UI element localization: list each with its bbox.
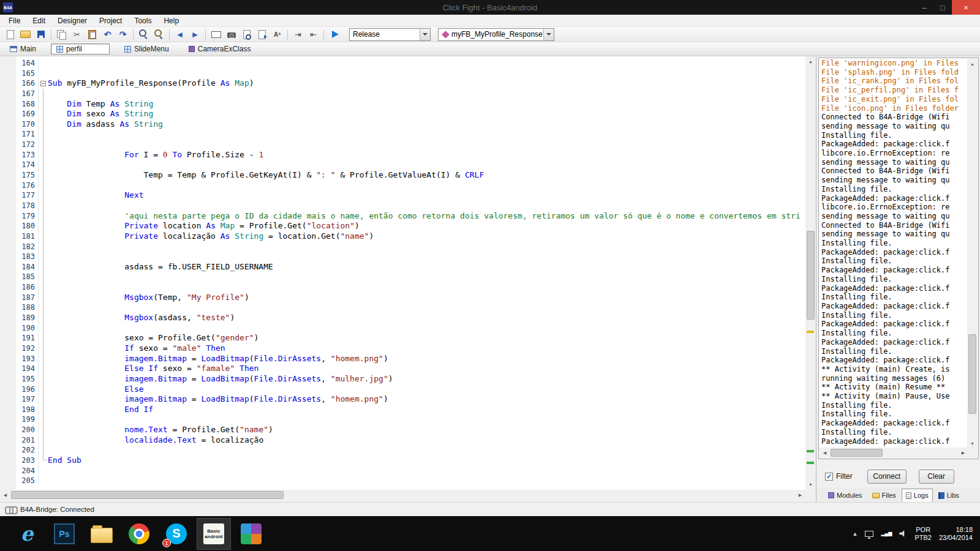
editor-hscrollbar[interactable] (0, 490, 805, 500)
editor-hscroll-thumb[interactable] (11, 491, 284, 499)
breakpoint-margin[interactable] (0, 170, 16, 181)
breakpoint-margin[interactable] (0, 129, 16, 140)
breakpoint-margin[interactable] (0, 242, 16, 252)
taskbar-misc-app[interactable] (234, 518, 268, 550)
breakpoint-margin[interactable] (0, 160, 16, 170)
menu-item-project[interactable]: Project (93, 15, 128, 26)
breakpoint-margin[interactable] (0, 374, 16, 384)
navigate-back-icon[interactable]: ◀ (173, 28, 187, 41)
editor-vscrollbar[interactable] (805, 56, 816, 490)
change-case-icon[interactable]: Aª (270, 28, 284, 41)
undo-icon[interactable]: ↶ (100, 28, 115, 41)
breakpoint-margin[interactable] (0, 302, 16, 313)
panel-tab-files[interactable]: Files (868, 489, 900, 502)
breakpoint-margin[interactable] (0, 354, 16, 364)
breakpoint-margin[interactable] (0, 476, 16, 486)
maximize-button[interactable]: □ (933, 0, 952, 15)
connect-button[interactable]: Connect (867, 470, 907, 484)
breakpoint-margin[interactable] (0, 150, 16, 160)
breakpoint-margin[interactable] (0, 394, 16, 405)
breakpoint-margin[interactable] (0, 201, 16, 211)
code-area[interactable]: 164165166−Sub myFB_MyProfile_Response(Pr… (0, 56, 805, 490)
logs-hscrollbar[interactable] (820, 448, 968, 458)
menu-item-designer[interactable]: Designer (51, 15, 93, 26)
menu-item-file[interactable]: File (2, 15, 26, 26)
breakpoint-margin[interactable] (0, 272, 16, 282)
scroll-up-icon[interactable] (967, 59, 978, 69)
copy-icon[interactable] (55, 28, 69, 41)
find-icon[interactable] (137, 28, 151, 41)
breakpoint-margin[interactable] (0, 384, 16, 395)
navigate-forward-icon[interactable]: ▶ (188, 28, 202, 41)
breakpoint-margin[interactable] (0, 262, 16, 272)
breakpoint-margin[interactable] (0, 89, 16, 99)
breakpoint-margin[interactable] (0, 190, 16, 201)
tab-cameraexclass[interactable]: CameraExClass (184, 43, 256, 54)
breakpoint-margin[interactable] (0, 323, 16, 334)
find-next-icon[interactable] (152, 28, 166, 41)
breakpoint-margin[interactable] (0, 282, 16, 293)
paste-icon[interactable] (85, 28, 99, 41)
menu-item-tools[interactable]: Tools (128, 15, 157, 26)
breakpoint-margin[interactable] (0, 435, 16, 446)
outdent-icon[interactable]: ⇤ (306, 28, 320, 41)
menu-item-help[interactable]: Help (157, 15, 185, 26)
scroll-left-icon[interactable] (820, 448, 830, 458)
volume-icon[interactable] (899, 530, 907, 537)
network-icon[interactable] (881, 531, 892, 536)
panel-tab-logs[interactable]: Logs (902, 489, 933, 502)
breakpoint-margin[interactable] (0, 414, 16, 425)
clock[interactable]: 18:18 23/04/2014 (939, 526, 973, 542)
find-in-files-icon[interactable] (239, 28, 254, 41)
logs-hscroll-thumb[interactable] (831, 449, 883, 457)
breakpoint-margin[interactable] (0, 99, 16, 110)
filter-checkbox[interactable]: ✓ (825, 473, 833, 481)
next-result-icon[interactable] (255, 28, 269, 41)
panel-tab-modules[interactable]: Modules (824, 489, 867, 502)
breakpoint-margin[interactable] (0, 252, 16, 262)
log-lines[interactable]: File 'warningicon.png' in FilesFile 'spl… (820, 59, 968, 448)
breakpoint-margin[interactable] (0, 109, 16, 119)
taskbar-internet-explorer[interactable]: e (10, 518, 44, 550)
fold-toggle-icon[interactable]: − (40, 81, 46, 86)
breakpoint-margin[interactable] (0, 181, 16, 191)
scroll-right-icon[interactable] (795, 490, 805, 500)
module-select-combo[interactable]: myFB_MyProfile_Response (438, 28, 554, 41)
breakpoint-margin[interactable] (0, 58, 16, 69)
taskbar-file-explorer[interactable] (85, 518, 119, 550)
breakpoint-margin[interactable] (0, 333, 16, 343)
logs-vscroll-thumb[interactable] (968, 334, 976, 414)
save-icon[interactable] (34, 28, 48, 41)
breakpoint-margin[interactable] (0, 231, 16, 242)
breakpoint-margin[interactable] (0, 405, 16, 415)
chevron-down-icon[interactable] (543, 29, 554, 40)
cut-icon[interactable]: ✂ (70, 28, 84, 41)
editor-vscroll-thumb[interactable] (807, 231, 815, 320)
breakpoint-margin[interactable] (0, 445, 16, 455)
menu-item-edit[interactable]: Edit (26, 15, 51, 26)
breakpoint-margin[interactable] (0, 119, 16, 130)
breakpoint-margin[interactable] (0, 425, 16, 435)
clear-button[interactable]: Clear (919, 470, 954, 484)
breakpoint-margin[interactable] (0, 140, 16, 150)
breakpoint-margin[interactable] (0, 78, 16, 89)
taskbar-photoshop[interactable]: Ps (47, 518, 81, 550)
minimize-button[interactable]: – (915, 0, 933, 15)
close-button[interactable]: × (952, 0, 980, 15)
panel-tab-libs[interactable]: Libs (934, 489, 963, 502)
taskbar-skype[interactable]: S1 (159, 518, 194, 550)
breakpoint-margin[interactable] (0, 69, 16, 79)
hidden-icons-icon[interactable]: ▲ (853, 531, 858, 537)
taskbar-chrome[interactable] (122, 518, 156, 550)
language-indicator[interactable]: POR PTB2 (914, 526, 932, 542)
filter-checkbox-group[interactable]: ✓ Filter (825, 472, 853, 481)
breakpoint-margin[interactable] (0, 293, 16, 303)
display-icon[interactable] (865, 531, 873, 537)
indent-icon[interactable]: ⇥ (291, 28, 305, 41)
compile-run-icon[interactable] (327, 28, 341, 41)
logs-vscrollbar[interactable] (967, 59, 978, 449)
screenshot-icon[interactable] (224, 28, 238, 41)
scroll-left-icon[interactable] (0, 490, 10, 500)
breakpoint-margin[interactable] (0, 455, 16, 466)
breakpoint-margin[interactable] (0, 364, 16, 374)
